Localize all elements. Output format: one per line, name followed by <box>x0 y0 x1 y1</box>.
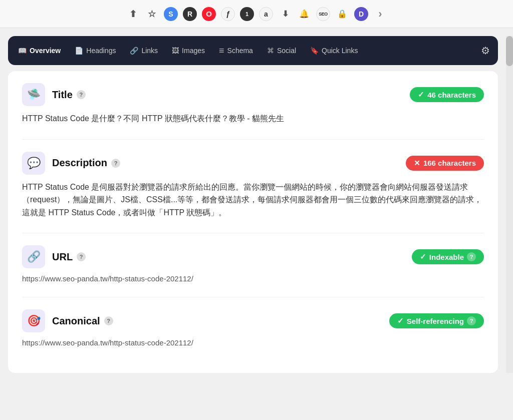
url-badge-question-icon[interactable]: ? <box>467 252 476 261</box>
url-section: 🔗 URL ? ✓ Indexable ? https://www.seo-pa… <box>22 245 484 283</box>
title-help-icon[interactable]: ? <box>77 90 86 99</box>
canonical-section-left: 🎯 Canonical ? <box>22 309 113 332</box>
main-panel: 📖 Overview 📄 Headings 🔗 Links 🖼 Images ≡… <box>0 36 513 373</box>
description-icon: 💬 <box>22 152 45 175</box>
description-section-left: 💬 Description ? <box>22 152 120 175</box>
a-extension-icon[interactable]: a <box>259 7 273 21</box>
links-nav-icon: 🔗 <box>130 47 138 55</box>
headings-nav-icon: 📄 <box>75 47 83 55</box>
opera-icon[interactable]: O <box>202 7 216 21</box>
url-help-icon[interactable]: ? <box>77 252 86 261</box>
description-badge-text: 166 characters <box>423 159 476 167</box>
canonical-label: Canonical ? <box>52 315 113 327</box>
url-label: URL ? <box>52 251 86 263</box>
quicklinks-nav-icon: 🔖 <box>310 47 319 55</box>
description-help-icon[interactable]: ? <box>111 159 120 168</box>
canonical-badge-check: ✓ <box>397 316 404 325</box>
nav-item-links[interactable]: 🔗 Links <box>124 43 164 59</box>
title-badge-check: ✓ <box>418 90 424 99</box>
canonical-section: 🎯 Canonical ? ✓ Self-referencing ? https… <box>22 309 484 347</box>
url-divider <box>22 297 484 297</box>
settings-icon[interactable]: ⚙ <box>477 41 494 61</box>
title-label: Title ? <box>52 89 86 101</box>
schema-nav-icon: ≡ <box>219 46 224 56</box>
canonical-help-icon[interactable]: ? <box>104 316 113 325</box>
title-section-header: 🛸 Title ? ✓ 46 characters <box>22 83 484 106</box>
url-icon: 🔗 <box>22 245 45 268</box>
description-content: HTTP Status Code 是伺服器對於瀏覽器的請求所給出的回應。當你瀏覽… <box>22 181 484 219</box>
nav-label-images: Images <box>182 47 205 55</box>
title-section-left: 🛸 Title ? <box>22 83 86 106</box>
nav-item-headings[interactable]: 📄 Headings <box>69 43 122 59</box>
seo-extension-icon[interactable]: SEO <box>316 7 330 21</box>
nav-item-schema[interactable]: ≡ Schema <box>213 42 259 60</box>
d-extension-icon[interactable]: D <box>354 7 368 21</box>
nav-item-images[interactable]: 🖼 Images <box>166 43 211 59</box>
description-label: Description ? <box>52 157 120 169</box>
bookmark-icon[interactable]: ☆ <box>145 7 159 21</box>
description-section: 💬 Description ? ✕ 166 characters HTTP St… <box>22 152 484 219</box>
title-icon: 🛸 <box>22 83 45 106</box>
social-nav-icon: ⌘ <box>267 47 274 55</box>
scrollbar[interactable] <box>506 36 513 373</box>
description-badge: ✕ 166 characters <box>406 156 484 171</box>
title-badge: ✓ 46 characters <box>410 87 484 102</box>
s-extension-icon[interactable]: S <box>164 7 178 21</box>
nav-label-schema: Schema <box>227 47 253 55</box>
nav-label-headings: Headings <box>86 47 116 55</box>
nav-item-quicklinks[interactable]: 🔖 Quick Links <box>304 43 364 59</box>
canonical-icon: 🎯 <box>22 309 45 332</box>
title-divider <box>22 139 484 140</box>
url-content: https://www.seo-panda.tw/http-status-cod… <box>22 274 484 283</box>
download-icon[interactable]: ⬇ <box>278 7 292 21</box>
title-content: HTTP Status Code 是什麼？不同 HTTP 狀態碼代表什麼？教學 … <box>22 112 484 125</box>
url-badge: ✓ Indexable ? <box>412 249 484 264</box>
r-extension-icon[interactable]: R <box>183 7 197 21</box>
images-nav-icon: 🖼 <box>172 47 179 55</box>
content-area: 🛸 Title ? ✓ 46 characters HTTP Status Co… <box>8 71 498 373</box>
canonical-badge: ✓ Self-referencing ? <box>389 313 484 328</box>
description-section-header: 💬 Description ? ✕ 166 characters <box>22 152 484 175</box>
lock-extension-icon[interactable]: 🔒 <box>335 7 349 21</box>
nav-label-social: Social <box>277 47 296 55</box>
notification-bell-icon[interactable]: 🔔 <box>297 7 311 21</box>
url-badge-check: ✓ <box>420 252 426 261</box>
chevron-right-icon[interactable]: › <box>373 7 387 21</box>
canonical-badge-question-icon[interactable]: ? <box>467 316 476 325</box>
description-divider <box>22 233 484 233</box>
f-extension-icon[interactable]: ƒ <box>221 7 235 21</box>
url-section-left: 🔗 URL ? <box>22 245 86 268</box>
nav-item-social[interactable]: ⌘ Social <box>261 43 302 59</box>
url-section-header: 🔗 URL ? ✓ Indexable ? <box>22 245 484 268</box>
canonical-badge-text: Self-referencing <box>407 317 464 325</box>
scrollbar-thumb[interactable] <box>506 36 513 66</box>
browser-toolbar: ⬆ ☆ S R O ƒ 1 a ⬇ 🔔 SEO 🔒 D › <box>0 0 513 28</box>
url-badge-text: Indexable <box>429 253 464 261</box>
share-icon[interactable]: ⬆ <box>126 7 140 21</box>
title-badge-text: 46 characters <box>427 91 476 99</box>
one-extension-icon[interactable]: 1 <box>240 7 254 21</box>
canonical-content: https://www.seo-panda.tw/http-status-cod… <box>22 338 484 347</box>
overview-icon: 📖 <box>18 47 27 55</box>
canonical-section-header: 🎯 Canonical ? ✓ Self-referencing ? <box>22 309 484 332</box>
title-section: 🛸 Title ? ✓ 46 characters HTTP Status Co… <box>22 83 484 125</box>
description-badge-check: ✕ <box>414 159 420 168</box>
nav-label-links: Links <box>141 47 158 55</box>
nav-item-overview[interactable]: 📖 Overview <box>12 43 67 59</box>
nav-label-overview: Overview <box>30 47 61 55</box>
nav-bar: 📖 Overview 📄 Headings 🔗 Links 🖼 Images ≡… <box>8 36 498 65</box>
nav-label-quicklinks: Quick Links <box>322 47 358 55</box>
